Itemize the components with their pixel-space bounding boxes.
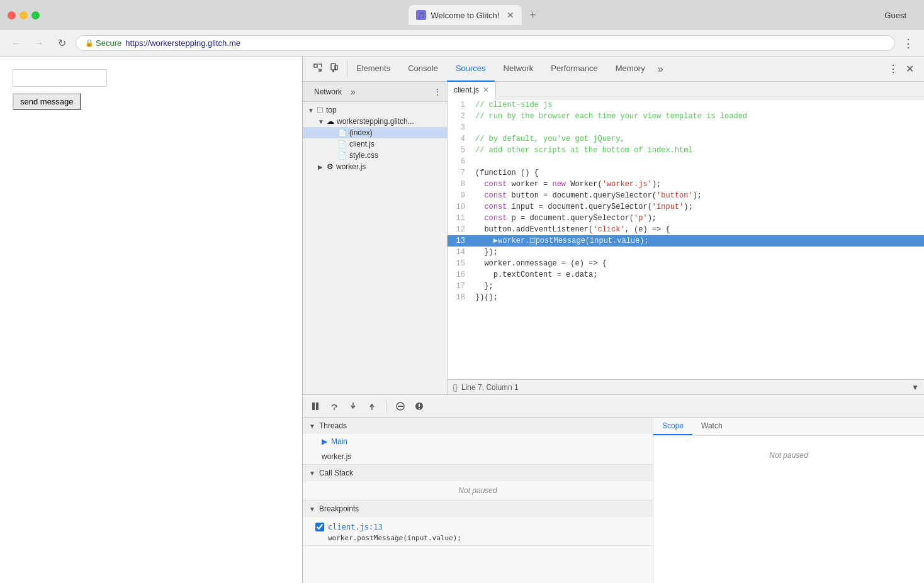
call-stack-arrow-icon: ▼ [309,470,315,477]
url-bar[interactable]: 🔒 Secure https://workerstepping.glitch.m… [76,35,895,51]
breakpoints-label: Breakpoints [319,504,359,513]
code-content[interactable]: 1 // client-side js 2 // run by the brow… [448,99,924,379]
reload-button[interactable]: ↻ [53,35,70,52]
breakpoint-checkbox[interactable] [315,523,324,531]
tab-console[interactable]: Console [399,57,447,82]
deactivate-breakpoints-button[interactable] [393,399,408,414]
tab-memory[interactable]: Memory [607,57,654,82]
active-thread-arrow-icon: ▶ [322,437,327,446]
breakpoints-section: ▼ Breakpoints client.js:13 worker.postMe… [303,501,653,546]
devtools-close-button[interactable]: ✕ [903,60,916,77]
tree-label-index: (index) [349,128,373,137]
tree-item-workerjs[interactable]: ▶ ⚙ worker.js [303,161,447,172]
debugger-left-panel: ▼ Threads ▶ Main worker.js [303,418,653,583]
step-into-button[interactable] [346,399,361,414]
folder-icon: ☐ [317,106,324,114]
thread-main-label: Main [331,437,347,446]
code-line-10: 10 const input = document.querySelector(… [448,201,924,213]
scope-tab-watch[interactable]: Watch [692,418,731,435]
tab-performance[interactable]: Performance [542,57,606,82]
lock-icon: 🔒 [85,39,94,47]
device-toolbar-button[interactable] [327,60,342,77]
browser-menu-button[interactable]: ⋮ [900,34,916,53]
code-status-bar: {} Line 7, Column 1 ▼ [448,379,924,394]
line-content: worker.onmessage = (e) => { [473,258,924,269]
code-tab-close-button[interactable]: ✕ [483,86,489,94]
tab-sources[interactable]: Sources [447,57,495,82]
tab-favicon: 🎵 [416,10,426,20]
scope-tab-scope[interactable]: Scope [653,418,692,435]
tab-bar: 🎵 Welcome to Glitch! ✕ + [358,5,594,25]
tab-close-button[interactable]: ✕ [507,10,514,20]
devtools-topbar: Elements Console Sources Network Perform… [303,57,924,82]
tabs-overflow-button[interactable]: » [654,58,667,80]
close-button[interactable] [8,11,16,19]
code-line-3: 3 [448,122,924,133]
step-over-button[interactable] [327,399,342,414]
tree-item-top[interactable]: ▼ ☐ top [303,104,447,116]
svg-rect-0 [314,64,317,67]
breakpoints-section-header[interactable]: ▼ Breakpoints [303,501,653,517]
devtools-dock-icons [305,60,347,77]
line-number: 4 [448,133,473,145]
breakpoints-arrow-icon: ▼ [309,506,315,513]
pause-resume-button[interactable] [308,399,323,414]
code-tab-label: client.js [454,86,479,94]
pause-on-exceptions-button[interactable] [412,399,427,414]
svg-point-13 [419,408,420,409]
code-line-16: 16 p.textContent = e.data; [448,269,924,280]
threads-arrow-icon: ▼ [309,423,315,430]
panel-tabs-overflow[interactable]: » [351,87,356,97]
tab-network[interactable]: Network [495,57,543,82]
threads-section: ▼ Threads ▶ Main worker.js [303,418,653,465]
line-content: const p = document.querySelector('p'); [473,213,924,224]
tree-label-stylecss: style.css [349,151,378,160]
send-message-button[interactable]: send message [13,93,81,110]
line-number: 12 [448,224,473,235]
breakpoint-item-1: client.js:13 worker.postMessage(input.va… [303,517,653,545]
message-input[interactable] [13,69,107,87]
line-content: }; [473,280,924,292]
line-number: 2 [448,111,473,122]
code-line-18: 18 })(); [448,292,924,303]
back-button[interactable]: ← [8,35,25,52]
tree-item-clientjs[interactable]: 📄 client.js [303,138,447,150]
element-picker-button[interactable] [310,60,325,77]
thread-item-main[interactable]: ▶ Main [303,434,653,449]
code-line-8: 8 const worker = new Worker('worker.js')… [448,179,924,190]
tree-item-domain[interactable]: ▼ ☁ workerstepping.glitch... [303,116,447,127]
line-number: 13 [448,235,473,247]
code-line-14: 14 }); [448,247,924,258]
line-content: const button = document.querySelector('b… [473,190,924,201]
code-line-11: 11 const p = document.querySelector('p')… [448,213,924,224]
devtools-settings-button[interactable]: ⋮ [886,60,901,77]
tree-arrow: ▼ [308,107,314,114]
call-stack-section-header[interactable]: ▼ Call Stack [303,465,653,481]
code-line-9: 9 const button = document.querySelector(… [448,190,924,201]
code-tab-clientjs[interactable]: client.js ✕ [448,82,496,99]
active-tab[interactable]: 🎵 Welcome to Glitch! ✕ [408,5,522,25]
step-out-button[interactable] [364,399,380,414]
line-number: 11 [448,213,473,224]
new-tab-button[interactable]: + [523,5,543,25]
tree-item-index[interactable]: 📄 (index) [303,127,447,138]
code-line-7: 7 (function () { [448,167,924,179]
line-number: 16 [448,269,473,280]
forward-button[interactable]: → [30,35,48,52]
tree-item-stylecss[interactable]: 📄 style.css [303,150,447,161]
cursor-position: Line 7, Column 1 [461,383,519,392]
maximize-button[interactable] [31,11,40,19]
debugger-panel: ▼ Threads ▶ Main worker.js [303,394,924,583]
code-line-6: 6 [448,156,924,167]
threads-section-header[interactable]: ▼ Threads [303,418,653,434]
file-icon: 📄 [338,129,347,137]
tab-elements[interactable]: Elements [347,57,399,82]
traffic-lights [8,11,40,19]
line-content: button.addEventListener('click', (e) => … [473,224,924,235]
expand-button[interactable]: ▼ [911,383,919,392]
minimize-button[interactable] [20,11,28,19]
line-content: (function () { [473,167,924,179]
panel-menu-button[interactable]: ⋮ [433,87,442,97]
network-panel-tab[interactable]: Network [308,85,348,99]
thread-item-workerjs[interactable]: worker.js [303,449,653,464]
